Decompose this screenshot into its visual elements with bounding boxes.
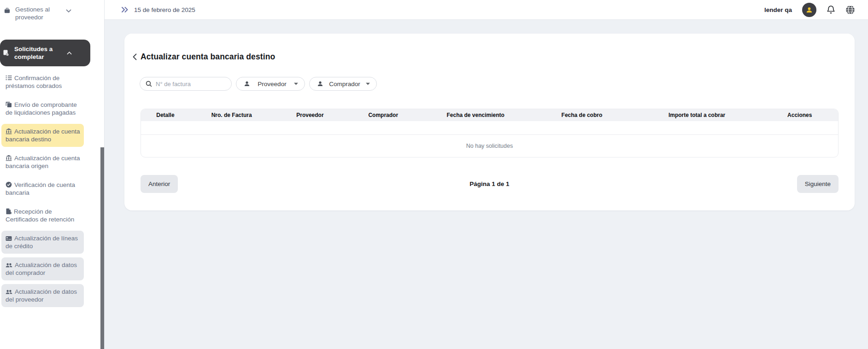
invoice-search-input[interactable] <box>156 81 227 87</box>
column-header-acciones: Acciones <box>762 109 838 121</box>
notifications-button[interactable] <box>827 5 835 14</box>
column-header-importe-total: Importe total a cobrar <box>633 109 762 121</box>
copy-document-icon <box>6 101 12 108</box>
comprador-filter-dropdown[interactable]: Comprador <box>309 77 377 91</box>
sidebar-item-label: Actualización de cuenta bancaria origen <box>6 155 80 169</box>
chevron-left-icon <box>133 53 137 60</box>
column-header-nro-factura: Nro. de Factura <box>190 109 274 121</box>
sidebar-item-label: Actualización de datos del proveedor <box>6 288 77 303</box>
sidebar-scrollbar[interactable] <box>100 147 104 349</box>
document-icon <box>6 208 12 215</box>
topbar: 15 de febrero de 2025 lender qa <box>105 0 868 20</box>
topbar-user-area: lender qa <box>764 3 855 17</box>
sidebar-submenu: Confirmación de préstamos cobrados Envío… <box>0 70 104 307</box>
sidebar-item-confirmacion-prestamos[interactable]: Confirmación de préstamos cobrados <box>1 70 84 93</box>
page-status: Página 1 de 1 <box>141 180 839 187</box>
briefcase-icon <box>4 7 11 14</box>
dropdown-label: Comprador <box>328 81 361 87</box>
column-header-fecha-vencimiento: Fecha de vencimiento <box>420 109 531 121</box>
title-row: Actualizar cuenta bancaria destino <box>141 52 839 62</box>
sidebar-item-act-cuenta-destino[interactable]: Actualización de cuenta bancaria destino <box>1 124 84 147</box>
users-icon <box>6 289 12 295</box>
globe-icon <box>845 5 855 15</box>
credit-card-icon <box>6 236 12 241</box>
table-row <box>141 121 838 134</box>
main-content: Actualizar cuenta bancaria destino Prove… <box>105 20 868 349</box>
requests-table: Detalle Nro. de Factura Proveedor Compra… <box>141 109 839 157</box>
user-icon <box>317 81 323 87</box>
sidebar-item-act-cuenta-origen[interactable]: Actualización de cuenta bancaria origen <box>1 151 84 174</box>
pagination: Anterior Página 1 de 1 Siguiente <box>141 175 839 193</box>
check-circle-icon <box>6 181 12 188</box>
chevron-up-icon <box>67 51 72 55</box>
sidebar-item-label: Actualización de datos del comprador <box>6 262 77 276</box>
sidebar-item-act-datos-comprador[interactable]: Actualización de datos del comprador <box>1 257 84 280</box>
table-header-row: Detalle Nro. de Factura Proveedor Compra… <box>141 109 838 121</box>
avatar[interactable] <box>802 3 816 17</box>
column-header-proveedor: Proveedor <box>273 109 346 121</box>
sidebar-item-label: Actualización de líneas de crédito <box>6 235 78 250</box>
sidebar-item-envio-comprobante[interactable]: Envío de comprobante de liquidaciones pa… <box>1 97 84 120</box>
bell-icon <box>827 5 835 14</box>
invoice-search-field[interactable] <box>140 77 232 91</box>
caret-down-icon <box>294 82 298 85</box>
sidebar-item-recepcion-certificados[interactable]: Recepción de Certificados de retención <box>1 204 84 227</box>
sidebar-section-label: Gestiones al proveedor <box>15 6 66 21</box>
user-name: lender qa <box>764 6 792 13</box>
caret-down-icon <box>366 82 370 85</box>
sidebar-item-verificacion-cuenta[interactable]: Verificación de cuenta bancaria <box>1 177 84 200</box>
sidebar-item-act-lineas-credito[interactable]: Actualización de líneas de crédito <box>1 231 84 254</box>
dropdown-label: Proveedor <box>255 81 289 87</box>
sidebar-item-label: Verificación de cuenta bancaria <box>6 181 75 196</box>
clipboard-check-icon <box>2 49 10 57</box>
prev-page-button[interactable]: Anterior <box>141 175 178 193</box>
empty-state-message: No hay solicitudes <box>141 134 838 157</box>
back-button[interactable] <box>133 53 137 60</box>
proveedor-filter-dropdown[interactable]: Proveedor <box>236 77 305 91</box>
checklist-icon <box>6 75 12 81</box>
sidebar-section-label: Solicitudes a completar <box>14 45 67 61</box>
content-card: Actualizar cuenta bancaria destino Prove… <box>124 34 855 210</box>
chevron-down-icon <box>66 9 71 13</box>
sidebar-collapse-button[interactable] <box>121 6 129 13</box>
next-page-button[interactable]: Siguiente <box>797 175 839 193</box>
bank-icon <box>6 155 12 161</box>
sidebar-section-gestiones[interactable]: Gestiones al proveedor <box>0 0 104 21</box>
search-icon <box>146 81 152 87</box>
sidebar-item-label: Actualización de cuenta bancaria destino <box>6 128 80 143</box>
app-window: Gestiones al proveedor Solicitudes a com… <box>0 0 868 349</box>
sidebar-item-label: Confirmación de préstamos cobrados <box>6 75 62 89</box>
bank-icon <box>6 128 12 134</box>
empty-state-row: No hay solicitudes <box>141 134 838 157</box>
double-chevron-right-icon <box>121 6 129 13</box>
sidebar: Gestiones al proveedor Solicitudes a com… <box>0 0 105 349</box>
sidebar-item-act-datos-proveedor[interactable]: Actualización de datos del proveedor <box>1 284 84 307</box>
column-header-detalle: Detalle <box>141 109 190 121</box>
person-icon <box>805 6 813 14</box>
column-header-fecha-cobro: Fecha de cobro <box>531 109 632 121</box>
sidebar-section-solicitudes[interactable]: Solicitudes a completar <box>0 40 90 66</box>
sidebar-item-label: Envío de comprobante de liquidaciones pa… <box>6 101 77 116</box>
user-icon <box>244 81 250 87</box>
sidebar-item-label: Recepción de Certificados de retención <box>6 208 74 223</box>
column-header-comprador: Comprador <box>346 109 420 121</box>
filters-row: Proveedor Comprador <box>140 77 839 91</box>
users-icon <box>6 262 12 268</box>
language-button[interactable] <box>845 5 855 15</box>
current-date: 15 de febrero de 2025 <box>134 6 195 13</box>
page-title: Actualizar cuenta bancaria destino <box>141 52 275 62</box>
